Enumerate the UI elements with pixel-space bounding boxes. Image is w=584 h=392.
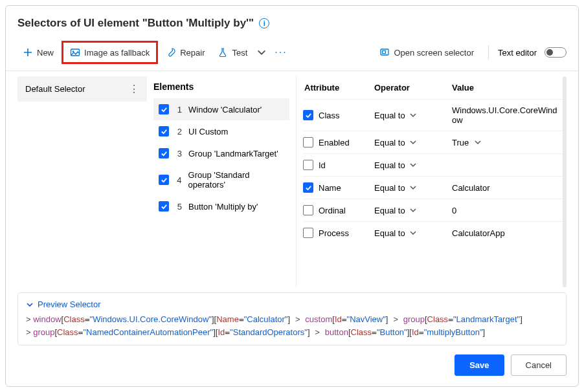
attribute-value[interactable]: Windows.UI.Core.CoreWindow bbox=[452, 105, 567, 125]
attributes-panel: Attribute Operator Value ClassEqual toWi… bbox=[296, 76, 567, 287]
test-button[interactable]: Test bbox=[212, 44, 253, 61]
element-row[interactable]: 5Button 'Multiply by' bbox=[153, 195, 289, 217]
preview-toggle[interactable]: Preview Selector bbox=[26, 299, 558, 309]
titlebar: Selectors of UI element "Button 'Multipl… bbox=[6, 6, 578, 37]
element-index: 1 bbox=[175, 105, 182, 114]
flask-icon bbox=[218, 47, 228, 58]
chevron-down-icon bbox=[409, 206, 417, 214]
test-label: Test bbox=[232, 48, 247, 58]
element-row[interactable]: 3Group 'LandmarkTarget' bbox=[153, 142, 289, 164]
attribute-name: Ordinal bbox=[319, 206, 346, 215]
open-screen-selector-button[interactable]: Open screen selector bbox=[374, 44, 479, 61]
operator-dropdown[interactable]: Equal to bbox=[374, 183, 452, 193]
operator-dropdown[interactable]: Equal to bbox=[374, 206, 452, 215]
attribute-value[interactable]: True bbox=[452, 138, 567, 147]
sidebar-item-default-selector[interactable]: Default Selector ⋮ bbox=[17, 76, 147, 102]
checkbox-icon[interactable] bbox=[159, 148, 169, 158]
elements-heading: Elements bbox=[153, 76, 289, 98]
attribute-value[interactable]: Calculator bbox=[452, 183, 567, 193]
test-dropdown[interactable] bbox=[255, 44, 268, 61]
element-row[interactable]: 4Group 'Standard operators' bbox=[153, 164, 289, 195]
chevron-down-icon bbox=[256, 47, 267, 58]
screen-selector-icon bbox=[379, 47, 390, 58]
open-screen-selector-label: Open screen selector bbox=[394, 48, 474, 58]
close-icon[interactable] bbox=[559, 14, 567, 33]
new-label: New bbox=[37, 48, 54, 58]
checkbox-icon[interactable] bbox=[303, 137, 313, 147]
element-label: Group 'Standard operators' bbox=[188, 170, 284, 190]
attribute-name: Id bbox=[319, 160, 326, 170]
element-label: UI Custom bbox=[188, 127, 228, 136]
attribute-name: Class bbox=[319, 111, 340, 120]
attribute-row: IdEqual to bbox=[303, 153, 567, 176]
image-icon bbox=[70, 47, 80, 58]
operator-dropdown[interactable]: Equal to bbox=[374, 160, 452, 170]
chevron-down-icon bbox=[409, 111, 417, 119]
more-icon[interactable]: ··· bbox=[271, 44, 291, 61]
selectors-sidebar: Default Selector ⋮ bbox=[17, 76, 147, 287]
operator-dropdown[interactable]: Equal to bbox=[374, 228, 452, 238]
chevron-down-icon bbox=[26, 301, 34, 309]
dialog-footer: Save Cancel bbox=[6, 345, 578, 386]
repair-button[interactable]: Repair bbox=[161, 44, 210, 61]
checkbox-icon[interactable] bbox=[159, 175, 169, 185]
attribute-name: Name bbox=[319, 183, 341, 193]
cancel-button[interactable]: Cancel bbox=[511, 354, 567, 376]
checkbox-icon[interactable] bbox=[303, 228, 313, 238]
chevron-down-icon bbox=[409, 184, 417, 191]
save-button[interactable]: Save bbox=[455, 354, 504, 376]
header-value: Value bbox=[452, 83, 567, 93]
dialog-title: Selectors of UI element "Button 'Multipl… bbox=[17, 17, 254, 30]
attribute-name: Enabled bbox=[319, 138, 350, 147]
svg-rect-2 bbox=[381, 49, 388, 55]
header-operator: Operator bbox=[374, 83, 452, 93]
text-editor-label: Text editor bbox=[498, 48, 537, 58]
toolbar: New Image as fallback Repair Test ··· Op… bbox=[6, 37, 578, 71]
attribute-row: ClassEqual toWindows.UI.Core.CoreWindow bbox=[303, 99, 567, 131]
preview-label: Preview Selector bbox=[38, 299, 101, 309]
preview-selector-text: > window[Class="Windows.UI.Core.CoreWind… bbox=[26, 313, 558, 338]
element-label: Button 'Multiply by' bbox=[188, 202, 258, 212]
attribute-name: Process bbox=[319, 228, 349, 238]
chevron-down-icon bbox=[409, 138, 417, 146]
toolbar-separator bbox=[488, 45, 489, 60]
chevron-down-icon bbox=[409, 161, 417, 169]
info-icon[interactable]: i bbox=[259, 18, 269, 28]
checkbox-icon[interactable] bbox=[159, 104, 169, 114]
image-as-fallback-button[interactable]: Image as fallback bbox=[66, 44, 153, 61]
vertical-more-icon[interactable]: ⋮ bbox=[129, 83, 139, 95]
text-editor-toggle[interactable] bbox=[545, 47, 567, 58]
image-fallback-label: Image as fallback bbox=[84, 48, 150, 58]
chevron-down-icon bbox=[474, 138, 482, 146]
checkbox-icon[interactable] bbox=[159, 126, 169, 136]
element-index: 4 bbox=[175, 175, 182, 185]
operator-dropdown[interactable]: Equal to bbox=[374, 138, 452, 147]
elements-column: Elements 1Window 'Calculator'2UI Custom3… bbox=[153, 76, 289, 287]
checkbox-icon[interactable] bbox=[303, 110, 313, 120]
wrench-icon bbox=[166, 47, 176, 58]
operator-dropdown[interactable]: Equal to bbox=[374, 111, 452, 120]
svg-rect-3 bbox=[383, 51, 386, 54]
attribute-row: NameEqual toCalculator bbox=[303, 176, 567, 199]
checkbox-icon[interactable] bbox=[159, 201, 169, 212]
element-index: 5 bbox=[175, 202, 182, 212]
plus-icon bbox=[23, 47, 33, 58]
selector-builder-dialog: Selectors of UI element "Button 'Multipl… bbox=[5, 5, 579, 387]
scrollbar[interactable] bbox=[563, 76, 567, 287]
preview-selector-panel: Preview Selector > window[Class="Windows… bbox=[17, 292, 567, 345]
element-row[interactable]: 2UI Custom bbox=[153, 120, 289, 142]
checkbox-icon[interactable] bbox=[303, 160, 313, 170]
element-label: Group 'LandmarkTarget' bbox=[188, 149, 278, 158]
element-row[interactable]: 1Window 'Calculator' bbox=[153, 98, 289, 120]
header-attribute: Attribute bbox=[303, 83, 374, 93]
new-button[interactable]: New bbox=[17, 44, 59, 61]
checkbox-icon[interactable] bbox=[303, 182, 313, 193]
attribute-value[interactable]: CalculatorApp bbox=[452, 228, 567, 238]
attributes-header: Attribute Operator Value bbox=[303, 76, 567, 99]
attribute-row: OrdinalEqual to0 bbox=[303, 199, 567, 221]
checkbox-icon[interactable] bbox=[303, 205, 313, 215]
element-label: Window 'Calculator' bbox=[188, 105, 262, 114]
save-label: Save bbox=[469, 360, 489, 370]
attribute-value[interactable]: 0 bbox=[452, 206, 567, 215]
element-index: 2 bbox=[175, 127, 182, 136]
